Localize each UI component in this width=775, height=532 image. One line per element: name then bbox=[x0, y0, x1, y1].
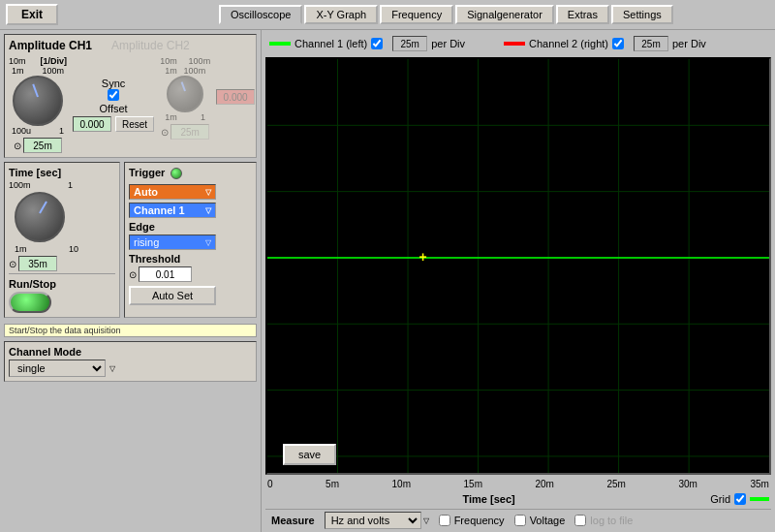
ch1-checkbox[interactable] bbox=[371, 38, 383, 49]
voltage-label: Voltage bbox=[530, 515, 566, 526]
ch2-knob-label-10m: 10m bbox=[160, 56, 177, 66]
trigger-channel-dropdown[interactable]: Channel 1 ▽ bbox=[129, 203, 216, 218]
time-section: Time [sec] 100m 1 1m 10 ⊙ 35m bbox=[4, 162, 120, 318]
time-knob-1: 1 bbox=[68, 180, 73, 190]
grid-control: Grid bbox=[710, 493, 769, 505]
time-knob-icon: ⊙ bbox=[9, 259, 16, 269]
x-label-30m: 30m bbox=[678, 479, 697, 489]
ch2-per-div-label: per Div bbox=[672, 38, 706, 49]
ch1-knob-bot-max: 1 bbox=[59, 126, 64, 136]
exit-button[interactable]: Exit bbox=[6, 4, 58, 25]
ch1-div-label: [1/Div] bbox=[40, 56, 67, 66]
ch2-offset-input[interactable] bbox=[216, 89, 255, 105]
ch2-knob-bot-max: 1 bbox=[201, 112, 205, 122]
ch1-per-div: per Div bbox=[392, 36, 465, 51]
oscilloscope-display: + save bbox=[265, 57, 771, 475]
tooltip: Start/Stop the data aquisition bbox=[4, 324, 257, 337]
voltage-option: Voltage bbox=[514, 515, 566, 526]
trigger-mode-dropdown[interactable]: Auto ▽ bbox=[129, 184, 216, 200]
ch1-knob-label-10m: 10m bbox=[9, 56, 26, 66]
offset-group: Offset Reset bbox=[73, 103, 154, 132]
trigger-channel-arrow: ▽ bbox=[205, 206, 211, 215]
edge-label: Edge bbox=[129, 221, 252, 233]
grid-color-indicator bbox=[750, 497, 769, 501]
trigger-mode-arrow: ▽ bbox=[205, 188, 211, 197]
time-trigger-section: Time [sec] 100m 1 1m 10 ⊙ 35m bbox=[4, 162, 257, 318]
ch2-label: Channel 2 (right) bbox=[529, 38, 608, 49]
ch2-knob-label-100m: 100m bbox=[189, 56, 211, 66]
top-bar: Exit Oscilloscope X-Y Graph Frequency Si… bbox=[0, 0, 775, 30]
trigger-section: Trigger Auto ▽ Channel 1 ▽ Edge rising ▽… bbox=[124, 162, 257, 318]
ch2-indicator: Channel 2 (right) bbox=[504, 38, 624, 49]
x-label-35m: 35m bbox=[750, 479, 768, 489]
tab-xy-graph[interactable]: X-Y Graph bbox=[304, 5, 378, 24]
svg-text:+: + bbox=[418, 249, 426, 265]
ch2-per-div: per Div bbox=[634, 36, 706, 51]
save-button[interactable]: save bbox=[283, 444, 336, 465]
channel-bar: Channel 1 (left) per Div Channel 2 (righ… bbox=[265, 34, 771, 53]
tab-extras[interactable]: Extras bbox=[556, 5, 609, 24]
channel-mode-section: Channel Mode single dual add subtract ▽ bbox=[4, 341, 257, 382]
ch1-per-div-label: per Div bbox=[431, 38, 465, 49]
tab-settings[interactable]: Settings bbox=[611, 5, 673, 24]
sync-checkbox[interactable] bbox=[108, 89, 119, 101]
ch2-value-box: ⊙ bbox=[161, 124, 209, 140]
ch1-value-box: ⊙ bbox=[14, 138, 62, 153]
autoset-button[interactable]: Auto Set bbox=[129, 286, 216, 305]
threshold-input[interactable] bbox=[139, 266, 192, 282]
measure-dropdown[interactable]: Hz and volts Hz Volts bbox=[325, 512, 421, 529]
time-title: Time [sec] bbox=[9, 167, 115, 178]
channel-mode-select[interactable]: single dual add subtract bbox=[9, 360, 106, 377]
ch1-amplitude-knob[interactable] bbox=[13, 76, 63, 126]
ch2-color-line bbox=[504, 42, 525, 46]
ch1-knob-max: 100m bbox=[42, 66, 64, 76]
trigger-channel-label: Channel 1 bbox=[134, 204, 185, 216]
measure-bar: Measure Hz and volts Hz Volts ▽ Frequenc… bbox=[265, 509, 771, 531]
ch2-checkbox[interactable] bbox=[612, 38, 624, 49]
x-label-15m: 15m bbox=[464, 479, 482, 489]
ch2-value-input[interactable] bbox=[170, 124, 209, 140]
oscilloscope-svg: + bbox=[267, 59, 769, 473]
trigger-led bbox=[170, 168, 182, 179]
amplitude-ch2-title: Amplitude CH2 bbox=[111, 39, 190, 52]
time-knob[interactable] bbox=[15, 192, 65, 242]
reset-button[interactable]: Reset bbox=[115, 116, 154, 132]
channel-mode-arrow: ▽ bbox=[109, 364, 115, 373]
grid-checkbox[interactable] bbox=[734, 493, 746, 505]
edge-dropdown[interactable]: rising ▽ bbox=[129, 235, 216, 250]
x-label-25m: 25m bbox=[606, 479, 625, 489]
trigger-mode-label: Auto bbox=[134, 186, 158, 198]
frequency-label: Frequency bbox=[454, 515, 505, 526]
x-label-20m: 20m bbox=[536, 479, 554, 489]
voltage-checkbox[interactable] bbox=[514, 515, 526, 526]
left-panel: Amplitude CH1 Amplitude CH2 10m [1/Div] … bbox=[0, 30, 262, 532]
threshold-icon: ⊙ bbox=[129, 269, 137, 280]
measure-dropdown-group: Hz and volts Hz Volts ▽ bbox=[325, 512, 429, 529]
time-value-input[interactable]: 35m bbox=[18, 256, 57, 271]
log-label: log to file bbox=[590, 515, 633, 526]
ch1-label: Channel 1 (left) bbox=[294, 38, 367, 49]
log-checkbox[interactable] bbox=[574, 515, 586, 526]
tab-frequency[interactable]: Frequency bbox=[380, 5, 453, 24]
ch1-knob-icon: ⊙ bbox=[14, 141, 21, 151]
run-stop-button[interactable] bbox=[9, 292, 51, 313]
frequency-checkbox[interactable] bbox=[439, 515, 450, 526]
x-axis-labels: 0 5m 10m 15m 20m 25m 30m 35m bbox=[265, 479, 771, 489]
tab-oscilloscope[interactable]: Oscilloscope bbox=[219, 5, 302, 24]
main-layout: Amplitude CH1 Amplitude CH2 10m [1/Div] … bbox=[0, 30, 775, 532]
ch1-per-div-input[interactable] bbox=[392, 36, 427, 51]
ch2-amplitude-knob[interactable] bbox=[167, 76, 203, 112]
ch1-offset-input[interactable] bbox=[73, 116, 111, 132]
time-knob-100m: 100m bbox=[9, 180, 31, 190]
threshold-label: Threshold bbox=[129, 253, 252, 265]
right-panel: Channel 1 (left) per Div Channel 2 (righ… bbox=[262, 30, 775, 532]
amplitude-header: Amplitude CH1 Amplitude CH2 bbox=[9, 39, 252, 52]
ch1-value-input[interactable] bbox=[23, 138, 62, 153]
ch2-per-div-input[interactable] bbox=[634, 36, 668, 51]
x-axis-title-row: Time [sec] Grid bbox=[265, 493, 771, 505]
ch2-knob-bot-min: 1m bbox=[165, 112, 177, 122]
threshold-row: ⊙ bbox=[129, 266, 252, 282]
tab-signalgenerator[interactable]: Signalgenerator bbox=[455, 5, 554, 24]
x-label-5m: 5m bbox=[326, 479, 339, 489]
amplitude-ch1-title: Amplitude CH1 bbox=[9, 39, 92, 52]
